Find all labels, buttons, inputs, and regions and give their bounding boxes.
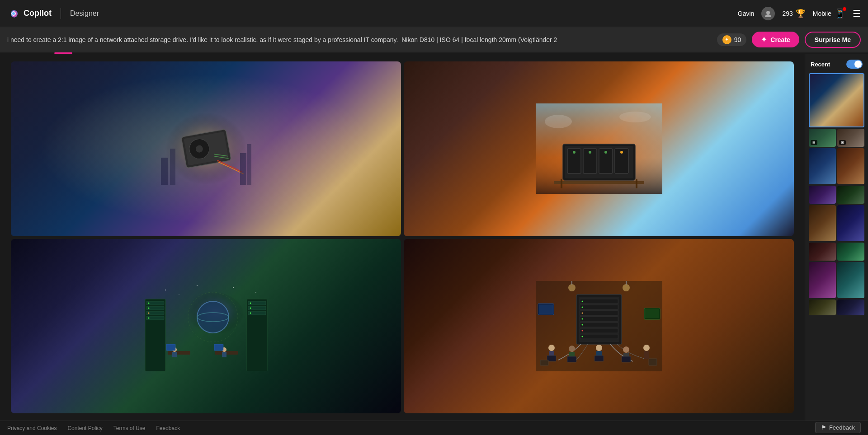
recent-image-item[interactable] (837, 243, 864, 261)
points-badge: 293 🏆 (782, 9, 805, 19)
recent-image-item[interactable]: ⊞ (837, 129, 864, 147)
recent-image-item[interactable] (837, 262, 864, 298)
svg-rect-63 (214, 344, 223, 351)
hdd-illustration-1 (156, 103, 256, 194)
recent-image-item[interactable] (809, 148, 836, 184)
recent-row-6 (809, 262, 864, 298)
prompt-input[interactable] (7, 36, 712, 43)
recent-row-7 (809, 299, 864, 315)
logo-area: Copilot Designer (7, 7, 99, 20)
svg-point-91 (623, 346, 629, 353)
image-grid-panel (0, 54, 805, 421)
recent-row-3 (809, 186, 864, 204)
svg-rect-67 (580, 299, 618, 304)
create-label: Create (770, 36, 790, 43)
svg-rect-69 (580, 311, 618, 315)
user-avatar[interactable] (761, 7, 775, 20)
recent-toggle[interactable] (846, 60, 863, 69)
svg-rect-12 (170, 149, 175, 185)
svg-point-74 (581, 300, 583, 302)
svg-point-29 (545, 115, 572, 128)
svg-point-46 (148, 312, 149, 313)
image-3-overlay (11, 239, 401, 414)
recent-image-item[interactable] (809, 205, 836, 241)
recent-row-5 (809, 243, 864, 261)
app-name: Copilot (24, 9, 52, 18)
generated-image-3[interactable] (11, 239, 401, 414)
prompt-bar: ✦ 90 ✦ Create Surprise Me (0, 27, 868, 52)
svg-point-33 (233, 287, 234, 288)
footer: Privacy and Cookies Content Policy Terms… (0, 421, 868, 435)
svg-rect-68 (580, 305, 618, 309)
svg-point-30 (619, 112, 651, 122)
svg-rect-11 (161, 158, 168, 185)
svg-rect-73 (580, 334, 618, 339)
recent-label: Recent (811, 61, 830, 68)
feedback-label: Feedback (829, 424, 855, 431)
svg-point-34 (255, 292, 256, 293)
recent-featured-image[interactable] (809, 73, 864, 127)
svg-point-44 (148, 302, 149, 304)
generated-image-1[interactable] (11, 61, 401, 236)
svg-point-3 (766, 11, 770, 14)
surprise-button[interactable]: Surprise Me (805, 32, 861, 48)
svg-point-35 (179, 294, 179, 295)
coin-icon: ✦ (722, 35, 731, 44)
svg-rect-70 (580, 317, 618, 321)
svg-point-80 (581, 336, 583, 337)
privacy-link[interactable]: Privacy and Cookies (7, 425, 57, 431)
content-policy-link[interactable]: Content Policy (67, 425, 102, 431)
header-divider (61, 8, 61, 19)
recent-image-item[interactable] (809, 186, 836, 204)
svg-point-54 (250, 312, 251, 313)
svg-rect-97 (594, 355, 604, 361)
recent-image-item[interactable] (837, 186, 864, 204)
svg-rect-56 (168, 351, 190, 355)
image-badge: ⊞ (839, 140, 846, 145)
svg-point-25 (620, 151, 623, 154)
svg-point-75 (581, 306, 583, 308)
svg-rect-72 (580, 328, 618, 333)
main-content: Recent ⊞ ⊞ (0, 54, 868, 421)
copilot-logo-icon (7, 7, 20, 20)
feedback-footer-link[interactable]: Feedback (156, 425, 180, 431)
header-right: Gavin 293 🏆 Mobile 📱 ☰ (738, 7, 861, 20)
generated-image-2[interactable] (404, 61, 794, 236)
svg-point-23 (589, 151, 591, 154)
server-room-illustration (143, 281, 269, 371)
tab-indicator (54, 52, 72, 54)
svg-point-2 (12, 12, 15, 15)
recent-image-item[interactable] (837, 205, 864, 241)
svg-rect-99 (540, 360, 548, 365)
recent-image-item[interactable]: ⊞ (809, 129, 836, 147)
svg-rect-27 (561, 179, 562, 188)
svg-point-89 (596, 345, 602, 351)
menu-icon[interactable]: ☰ (853, 8, 861, 19)
image-badge: ⊞ (811, 140, 817, 145)
nas-illustration (536, 103, 662, 194)
generated-image-4[interactable] (404, 239, 794, 414)
recent-image-item[interactable] (809, 262, 836, 298)
trophy-icon: 🏆 (796, 9, 806, 19)
mobile-button-wrap[interactable]: Mobile 📱 (813, 8, 845, 19)
svg-point-85 (548, 345, 555, 351)
svg-point-83 (623, 284, 630, 291)
recent-image-item[interactable] (837, 299, 864, 315)
svg-rect-94 (644, 351, 649, 359)
svg-point-76 (581, 312, 583, 313)
feedback-button[interactable]: ⚑ Feedback (815, 422, 861, 433)
recent-image-item[interactable] (809, 243, 836, 261)
create-button[interactable]: ✦ Create (752, 32, 799, 47)
svg-rect-71 (580, 323, 618, 327)
image-1-overlay (11, 61, 401, 236)
svg-point-24 (604, 151, 607, 154)
svg-rect-98 (622, 356, 631, 362)
recent-image-item[interactable] (837, 148, 864, 184)
svg-rect-96 (567, 356, 576, 362)
recent-image-item[interactable] (809, 299, 836, 315)
svg-rect-28 (636, 179, 637, 188)
svg-point-81 (568, 284, 576, 291)
svg-rect-26 (554, 181, 644, 184)
terms-link[interactable]: Terms of Use (113, 425, 146, 431)
person-icon (764, 9, 772, 18)
